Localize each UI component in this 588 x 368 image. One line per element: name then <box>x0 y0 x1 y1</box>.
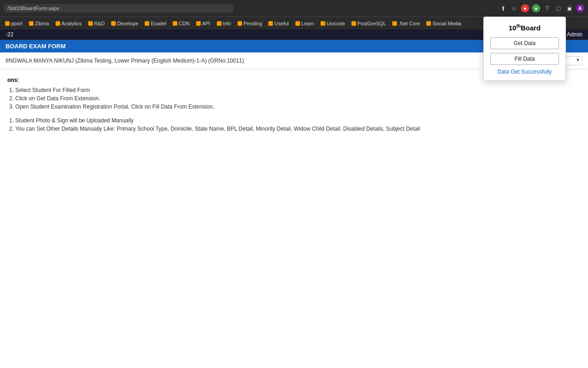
bookmark-label: .Net Core <box>398 21 420 26</box>
bookmark-icon <box>145 21 149 26</box>
bookmark-item[interactable]: Info <box>214 20 234 27</box>
browser-chrome: /Std10BoardForm.aspx ⬆ ☆ ● ● ? ⬡ ▣ A <box>0 0 588 17</box>
bookmark-icon <box>196 21 201 26</box>
bookmark-icon <box>392 21 397 26</box>
instructions-list: 1. Select Student For Filled Form 2. Cli… <box>9 87 581 110</box>
bookmark-item[interactable]: Zibma <box>26 20 52 27</box>
bookmark-item[interactable]: Social Media <box>423 20 464 27</box>
bookmark-label: Zibma <box>35 21 49 26</box>
bookmark-item[interactable]: Useful <box>265 20 292 27</box>
extension-question-icon[interactable]: ? <box>543 4 551 12</box>
bookmark-icon <box>29 21 34 26</box>
bookmark-label: Info <box>223 21 231 26</box>
success-message: Data Get Successfully <box>490 69 559 75</box>
bookmark-label: pport <box>11 21 23 26</box>
bookmark-label: R&D <box>94 21 105 26</box>
bookmark-icon <box>173 21 177 26</box>
popup-title: 10thBoard <box>490 23 559 32</box>
bookmark-label: PostGreSQL <box>357 21 386 26</box>
bookmark-label: Social Media <box>432 21 461 26</box>
admin-avatar-icon[interactable]: A <box>576 4 584 12</box>
bookmark-item[interactable]: Exadel <box>141 20 170 27</box>
instruction-step-1: 1. Select Student For Filled Form <box>9 87 581 93</box>
note-2: 2. You can Set Other Details Manually Li… <box>9 126 581 132</box>
share-icon[interactable]: ⬆ <box>499 4 507 12</box>
bookmark-item[interactable]: .Net Core <box>389 20 423 27</box>
address-bar[interactable]: /Std10BoardForm.aspx <box>4 4 233 12</box>
extension-green-icon[interactable]: ● <box>532 4 540 12</box>
instruction-step-2: 2. Click on Get Data From Extension. <box>9 95 581 102</box>
bookmark-icon <box>88 21 93 26</box>
notes-list: 1. Student Photo & Sign will be Uploaded… <box>9 117 581 132</box>
page-title: BOARD EXAM FORM <box>6 43 66 50</box>
bookmark-item[interactable]: Analytics <box>52 20 85 27</box>
extension-red-icon[interactable]: ● <box>521 4 529 12</box>
bookmark-icon <box>237 21 242 26</box>
bookmark-icon <box>56 21 60 26</box>
popup-box: 10thBoard Get Data Fill Data Data Get Su… <box>483 17 566 81</box>
fill-data-button[interactable]: Fill Data <box>490 53 559 65</box>
bookmark-icon <box>111 21 116 26</box>
bookmark-label: Exadel <box>151 21 166 26</box>
bookmark-icon <box>268 21 273 26</box>
bookmark-item[interactable]: Unicode <box>317 20 348 27</box>
bookmark-item[interactable]: PostGreSQL <box>348 20 389 27</box>
bookmark-item[interactable]: Learn <box>292 20 317 27</box>
browser-icons: ⬆ ☆ ● ● ? ⬡ ▣ A <box>499 4 584 12</box>
bookmark-icon <box>217 21 221 26</box>
bookmark-icon <box>351 21 356 26</box>
bookmark-icon <box>321 21 325 26</box>
bookmark-item[interactable]: API <box>193 20 214 27</box>
bookmark-item[interactable]: Develope <box>108 20 141 27</box>
bookmark-item[interactable]: pport <box>2 20 26 27</box>
bookmark-icon <box>426 21 431 26</box>
get-data-button[interactable]: Get Data <box>490 37 559 49</box>
year-label: -22 <box>6 31 13 38</box>
instruction-step-3: 3. Open Student Examination Registration… <box>9 104 581 110</box>
star-icon[interactable]: ☆ <box>510 4 518 12</box>
bookmark-label: Learn <box>301 21 314 26</box>
bookmark-label: Develope <box>117 21 138 26</box>
main-content: ons: 1. Select Student For Filled Form 2… <box>0 69 588 345</box>
puzzle-icon[interactable]: ⬡ <box>554 4 562 12</box>
bookmark-label: API <box>202 21 210 26</box>
bookmark-label: Useful <box>274 21 288 26</box>
bookmark-label: Analytics <box>62 21 82 26</box>
note-1: 1. Student Photo & Sign will be Uploaded… <box>9 117 581 124</box>
bookmark-icon <box>5 21 10 26</box>
bookmark-item[interactable]: Pending <box>234 20 265 27</box>
bookmark-icon <box>295 21 300 26</box>
bookmark-label: Unicode <box>327 21 345 26</box>
bookmark-label: Pending <box>243 21 262 26</box>
bookmark-item[interactable]: CDN <box>170 20 193 27</box>
bookmark-item[interactable]: R&D <box>85 20 108 27</box>
bookmark-label: CDN <box>179 21 190 26</box>
window-icon[interactable]: ▣ <box>565 4 573 12</box>
student-info: IINGWALA MANYA NIKUNJ (Zibma Testing, Lo… <box>6 58 244 64</box>
